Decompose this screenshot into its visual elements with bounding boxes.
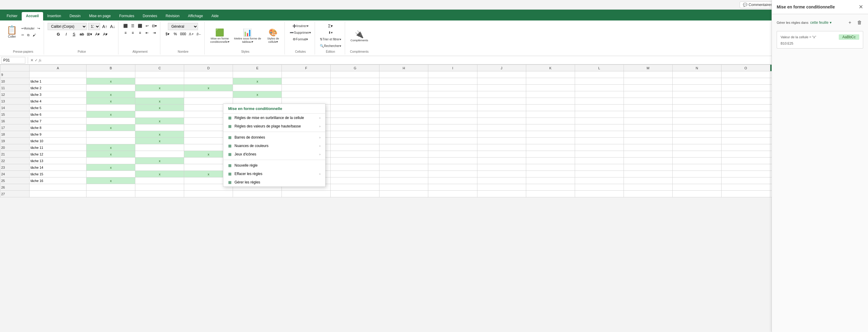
- cell-extra-17-2[interactable]: [379, 184, 428, 191]
- cell-extra-16-6[interactable]: [575, 177, 624, 184]
- cell-extra-15-4[interactable]: [477, 171, 526, 177]
- col-header-f[interactable]: F: [282, 65, 331, 71]
- cell-extra-3-7[interactable]: [624, 91, 673, 98]
- cell-extra-1-7[interactable]: [624, 78, 673, 85]
- cell-a22[interactable]: tâche 13: [30, 158, 87, 164]
- cell-extra-2-6[interactable]: [575, 85, 624, 91]
- conditional-format-btn[interactable]: 🟩 Mise en formeconditionnelle▾: [208, 28, 231, 44]
- cell-b12[interactable]: x: [87, 91, 135, 98]
- cell-extra-8-9[interactable]: [721, 125, 770, 131]
- col-header-n[interactable]: N: [673, 65, 721, 71]
- cell-extra-7-2[interactable]: [379, 118, 428, 125]
- cell-extra-2-1[interactable]: [331, 85, 379, 91]
- cell-extra-6-5[interactable]: [526, 111, 575, 118]
- cell-c23[interactable]: [135, 164, 184, 171]
- cell-c26[interactable]: [135, 184, 184, 191]
- cell-extra-4-7[interactable]: [624, 98, 673, 104]
- cell-extra-13-1[interactable]: [331, 158, 379, 164]
- cell-extra-15-9[interactable]: [721, 171, 770, 177]
- cell-extra-15-2[interactable]: [379, 171, 428, 177]
- cell-c19[interactable]: x: [135, 138, 184, 144]
- indent-left-btn[interactable]: ⇤: [144, 30, 150, 36]
- font-increase-btn[interactable]: A↑: [101, 24, 108, 30]
- row-header-11[interactable]: 11: [0, 85, 30, 91]
- cell-extra-7-4[interactable]: [477, 118, 526, 125]
- font-color-btn[interactable]: A▾: [102, 31, 108, 37]
- cell-extra-5-1[interactable]: [331, 104, 379, 111]
- cell-c9[interactable]: [135, 71, 184, 78]
- merge-btn[interactable]: ⊟▾: [151, 23, 158, 29]
- cell-extra-16-2[interactable]: [379, 177, 428, 184]
- row-header-20[interactable]: 20: [0, 144, 30, 151]
- wrap-text-btn[interactable]: ↩: [144, 23, 150, 29]
- cell-extra-9-9[interactable]: [721, 131, 770, 138]
- cell-extra-13-2[interactable]: [379, 158, 428, 164]
- cell-extra-14-4[interactable]: [477, 164, 526, 171]
- cell-extra-16-8[interactable]: [673, 177, 721, 184]
- menu-item-data-bars[interactable]: ▦ Barres de données ›: [223, 133, 325, 142]
- cell-extra-2-8[interactable]: [673, 85, 721, 91]
- cell-extra-0-6[interactable]: [575, 71, 624, 78]
- cell-extra-1-9[interactable]: [721, 78, 770, 85]
- cell-extra-14-6[interactable]: [575, 164, 624, 171]
- cell-extra-4-9[interactable]: [721, 98, 770, 104]
- cell-c12[interactable]: [135, 91, 184, 98]
- cell-extra-8-8[interactable]: [673, 125, 721, 131]
- cell-a10[interactable]: tâche 1: [30, 78, 87, 85]
- cell-extra-5-3[interactable]: [428, 104, 477, 111]
- cell-extra-3-8[interactable]: [673, 91, 721, 98]
- cell-extra-17-3[interactable]: [428, 184, 477, 191]
- cell-extra-0-7[interactable]: [624, 71, 673, 78]
- font-size-selector[interactable]: 11: [88, 23, 100, 30]
- cell-extra-6-3[interactable]: [428, 111, 477, 118]
- format-painter-btn[interactable]: 🖌: [31, 32, 37, 38]
- cell-extra-13-4[interactable]: [477, 158, 526, 164]
- cell-extra-1-1[interactable]: [331, 78, 379, 85]
- cell-extra-1-3[interactable]: [428, 78, 477, 85]
- menu-item-manage-rules[interactable]: ▦ Gérer les règles: [223, 178, 325, 187]
- cell-extra-11-7[interactable]: [624, 144, 673, 151]
- cell-extra-11-9[interactable]: [721, 144, 770, 151]
- cell-extra-18-7[interactable]: [624, 191, 673, 197]
- cell-extra-17-8[interactable]: [673, 184, 721, 191]
- cell-a27[interactable]: [30, 191, 87, 197]
- inserer-btn[interactable]: ➕ Insérer ▾: [291, 23, 310, 29]
- row-header-27[interactable]: 27: [0, 191, 30, 197]
- cell-extra-2-0[interactable]: [282, 85, 331, 91]
- cell-extra-13-9[interactable]: [721, 158, 770, 164]
- row-header-22[interactable]: 22: [0, 158, 30, 164]
- cell-extra-5-7[interactable]: [624, 104, 673, 111]
- cell-extra-12-6[interactable]: [575, 151, 624, 158]
- cell-extra-8-6[interactable]: [575, 125, 624, 131]
- row-header-10[interactable]: 10: [0, 78, 30, 85]
- cell-extra-15-3[interactable]: [428, 171, 477, 177]
- menu-item-icon-sets[interactable]: ▦ Jeux d'icônes ›: [223, 150, 325, 159]
- number-format-selector[interactable]: Général: [168, 23, 198, 30]
- cell-c25[interactable]: [135, 177, 184, 184]
- cell-extra-7-5[interactable]: [526, 118, 575, 125]
- strikethrough-btn[interactable]: ab: [79, 31, 85, 37]
- cell-extra-0-2[interactable]: [379, 71, 428, 78]
- col-header-i[interactable]: I: [428, 65, 477, 71]
- row-header-16[interactable]: 16: [0, 118, 30, 125]
- cell-extra-17-7[interactable]: [624, 184, 673, 191]
- underline-btn[interactable]: S: [70, 31, 77, 37]
- cell-extra-4-1[interactable]: [331, 98, 379, 104]
- cell-b14[interactable]: [87, 104, 135, 111]
- cell-extra-9-3[interactable]: [428, 131, 477, 138]
- cell-extra-11-4[interactable]: [477, 144, 526, 151]
- table-format-btn[interactable]: 📊 Mettre sous forme detableau▾: [232, 28, 263, 44]
- col-header-e[interactable]: E: [233, 65, 282, 71]
- cell-extra-9-5[interactable]: [526, 131, 575, 138]
- cell-c21[interactable]: [135, 151, 184, 158]
- cell-extra-4-6[interactable]: [575, 98, 624, 104]
- cell-extra-12-9[interactable]: [721, 151, 770, 158]
- sum-btn[interactable]: Σ▾: [327, 23, 334, 29]
- cell-extra-14-8[interactable]: [673, 164, 721, 171]
- cell-extra-6-9[interactable]: [721, 111, 770, 118]
- fill-btn[interactable]: ⬇▾: [327, 30, 334, 36]
- cell-extra-3-1[interactable]: [331, 91, 379, 98]
- cell-extra-5-4[interactable]: [477, 104, 526, 111]
- trier-filtrer-btn[interactable]: ⇅ Trier et filtrer▾: [318, 36, 342, 42]
- cell-extra-2-4[interactable]: [477, 85, 526, 91]
